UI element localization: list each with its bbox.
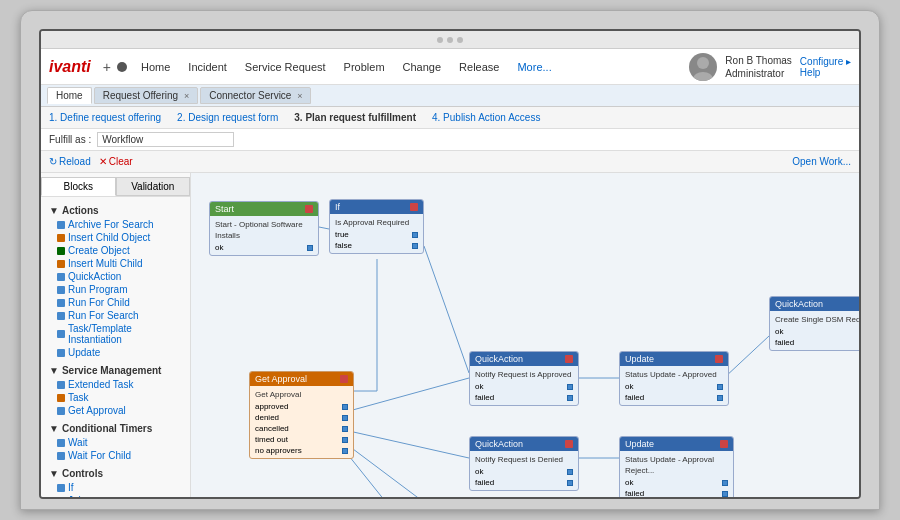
sidebar-quickaction[interactable]: QuickAction [45, 270, 186, 283]
tab-connector-service[interactable]: Connector Service × [200, 87, 311, 104]
node-if1-false: false [335, 241, 418, 250]
node-qa1-failed: failed [475, 393, 573, 402]
svg-line-5 [424, 246, 469, 373]
clear-icon: ✕ [99, 156, 107, 167]
node-close-icon[interactable] [565, 355, 573, 363]
node-dsm-failed: failed [775, 338, 859, 347]
node-close-icon[interactable] [720, 440, 728, 448]
node-update1-body: Status Update - Approved [625, 369, 723, 380]
nav-configure: Configure ▸ Help [800, 56, 851, 78]
tab-blocks[interactable]: Blocks [41, 177, 116, 196]
node-pin-icon [567, 395, 573, 401]
laptop-frame: ivanti + Home Incident Service Request P… [20, 10, 880, 510]
canvas-area[interactable]: Start Start - Optional Software Installs… [191, 173, 859, 497]
node-pin-icon [717, 384, 723, 390]
node-qa1-ok: ok [475, 382, 573, 391]
nav-incident[interactable]: Incident [180, 57, 235, 77]
sidebar-actions: ▼ Actions Archive For Search Insert Chil… [41, 201, 190, 361]
sidebar-insert-child[interactable]: Insert Child Object [45, 231, 186, 244]
svg-line-12 [724, 336, 769, 378]
sidebar-run-child[interactable]: Run For Child [45, 296, 186, 309]
step-1[interactable]: 1. Define request offering [49, 112, 161, 123]
step-3[interactable]: 3. Plan request fulfillment [294, 112, 416, 123]
configure-link[interactable]: Configure ▸ [800, 56, 851, 67]
sidebar-archive[interactable]: Archive For Search [45, 218, 186, 231]
node-close-icon[interactable] [305, 205, 313, 213]
tab-close-icon[interactable]: × [184, 91, 189, 101]
help-link[interactable]: Help [800, 67, 851, 78]
fulfill-input[interactable] [97, 132, 234, 147]
browser-dot-2 [447, 37, 453, 43]
node-close-icon[interactable] [340, 375, 348, 383]
sidebar-insert-multi[interactable]: Insert Multi Child [45, 257, 186, 270]
node-close-icon[interactable] [715, 355, 723, 363]
node-pin-icon [717, 395, 723, 401]
node-ga-noapprovers: no approvers [255, 446, 348, 455]
logo: ivanti [49, 58, 91, 76]
svg-line-7 [349, 431, 469, 458]
workflow-canvas: Start Start - Optional Software Installs… [199, 181, 859, 497]
bullet-icon [57, 497, 65, 498]
section-actions-title: ▼ Actions [45, 203, 186, 218]
bullet-icon [57, 381, 65, 389]
step-4[interactable]: 4. Publish Action Access [432, 112, 540, 123]
add-button[interactable]: + [103, 59, 111, 75]
nav-more[interactable]: More... [509, 57, 559, 77]
node-update1-header: Update [620, 352, 728, 366]
nav-change[interactable]: Change [395, 57, 450, 77]
section-service-title: ▼ Service Management [45, 363, 186, 378]
browser-dots [437, 37, 463, 43]
sidebar-tabs: Blocks Validation [41, 177, 190, 197]
nav-circle-icon [117, 62, 127, 72]
tab-close-2-icon[interactable]: × [297, 91, 302, 101]
node-if1-body: Is Approval Required [335, 217, 418, 228]
reload-button[interactable]: ↻ Reload [49, 156, 91, 167]
node-u2-ok: ok [625, 478, 728, 487]
sidebar-task[interactable]: Task [45, 391, 186, 404]
node-start[interactable]: Start Start - Optional Software Installs… [209, 201, 319, 256]
node-qa1[interactable]: QuickAction Notify Request is Approved o… [469, 351, 579, 406]
tab-validation[interactable]: Validation [116, 177, 191, 196]
node-qa-dsm[interactable]: QuickAction Create Single DSM Request ok… [769, 296, 859, 351]
sidebar-run-program[interactable]: Run Program [45, 283, 186, 296]
bullet-icon [57, 247, 65, 255]
bullet-icon [57, 221, 65, 229]
node-close-icon[interactable] [410, 203, 418, 211]
sidebar-wait[interactable]: Wait [45, 436, 186, 449]
node-update1[interactable]: Update Status Update - Approved ok faile… [619, 351, 729, 406]
tab-home[interactable]: Home [47, 87, 92, 104]
sidebar-get-approval[interactable]: Get Approval [45, 404, 186, 417]
sidebar-create-object[interactable]: Create Object [45, 244, 186, 257]
sidebar-conditional-timers: ▼ Conditional Timers Wait Wait For Child [41, 419, 190, 464]
sidebar-extended-task[interactable]: Extended Task [45, 378, 186, 391]
node-get-approval[interactable]: Get Approval Get Approval approved denie… [249, 371, 354, 459]
node-close-icon[interactable] [565, 440, 573, 448]
open-work-button[interactable]: Open Work... [792, 156, 851, 167]
tab-request-offering[interactable]: Request Offering × [94, 87, 198, 104]
svg-point-1 [693, 72, 713, 81]
node-pin-icon [342, 448, 348, 454]
step-2[interactable]: 2. Design request form [177, 112, 278, 123]
node-pin-icon [342, 426, 348, 432]
node-if1[interactable]: If Is Approval Required true false [329, 199, 424, 254]
node-qa2-ok: ok [475, 467, 573, 476]
nav-release[interactable]: Release [451, 57, 507, 77]
node-update2[interactable]: Update Status Update - Approval Reject..… [619, 436, 734, 497]
expand-icon-4: ▼ [49, 468, 59, 479]
bullet-icon [57, 286, 65, 294]
node-pin-icon [567, 480, 573, 486]
sidebar-join[interactable]: Join [45, 494, 186, 497]
sidebar-update[interactable]: Update [45, 346, 186, 359]
node-start-header: Start [210, 202, 318, 216]
node-qa2[interactable]: QuickAction Notify Request is Denied ok … [469, 436, 579, 491]
sidebar-if[interactable]: If [45, 481, 186, 494]
clear-button[interactable]: ✕ Clear [99, 156, 133, 167]
sidebar-task-template[interactable]: Task/Template Instantiation [45, 322, 186, 346]
bullet-icon [57, 273, 65, 281]
nav-problem[interactable]: Problem [336, 57, 393, 77]
sidebar-run-search[interactable]: Run For Search [45, 309, 186, 322]
nav-service-request[interactable]: Service Request [237, 57, 334, 77]
sidebar-wait-child[interactable]: Wait For Child [45, 449, 186, 462]
user-info: Ron B Thomas Administrator [725, 54, 792, 80]
nav-home[interactable]: Home [133, 57, 178, 77]
